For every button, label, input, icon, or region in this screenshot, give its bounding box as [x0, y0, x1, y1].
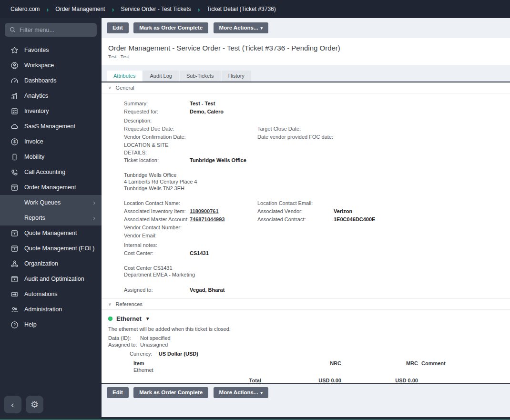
gauge-icon — [10, 77, 19, 85]
sidebar-item-organization[interactable]: Organization — [0, 256, 102, 271]
status-dot-icon — [108, 317, 112, 321]
sidebar-item-order-management[interactable]: Order Management — [0, 180, 102, 195]
field-label: Associated Contract: — [257, 215, 334, 223]
field-label: Ticket location: — [124, 156, 190, 164]
field-value: Demo, Calero — [190, 108, 257, 115]
collapse-sidebar-button[interactable]: ‹ — [4, 396, 21, 413]
more-actions-button[interactable]: More Actions...▾ — [214, 387, 269, 398]
address-line: Tunbridge Wells TN2 3EH — [124, 185, 510, 192]
page-title: Order Management - Service Order - Test … — [108, 44, 503, 52]
column-header-item: Item — [133, 360, 276, 366]
department-line: Department EMEA - Marketing — [124, 271, 510, 278]
settings-button[interactable]: ⚙ — [26, 396, 43, 413]
edit-button[interactable]: Edit — [107, 22, 129, 33]
field-label: Currency: — [130, 351, 153, 357]
tab-history[interactable]: History — [222, 71, 251, 82]
tab-audit-log[interactable]: Audit Log — [143, 71, 178, 82]
reference-data-id-row: Data (ID): Not specified — [108, 335, 510, 342]
filter-menu-input[interactable] — [5, 23, 97, 37]
sidebar-item-label: Quote Management (EOL) — [24, 245, 94, 252]
sidebar-item-inventory[interactable]: Inventory — [0, 103, 102, 119]
reference-title: Ethernet — [116, 315, 142, 322]
address-line: Tunbridge Wells Office — [124, 172, 510, 178]
field-label: Cost Center: — [124, 249, 190, 257]
mark-order-complete-button[interactable]: Mark as Order Complete — [133, 22, 208, 33]
field-label: Associated Inventory Item: — [124, 207, 190, 215]
chevron-down-icon: ∨ — [108, 302, 112, 307]
bar-chart-icon — [10, 92, 19, 100]
smartphone-icon — [10, 153, 19, 161]
sidebar-item-audit-and-optimization[interactable]: Audit and Optimization — [0, 271, 102, 287]
field-label: Internal notes: — [124, 241, 190, 249]
more-actions-button[interactable]: More Actions...▾ — [214, 22, 269, 33]
mark-order-complete-button[interactable]: Mark as Order Complete — [133, 387, 208, 398]
field-row-summary: Summary: Test - Test — [102, 100, 510, 108]
location-address-block: Tunbridge Wells Office 4 Lamberts Rd Cen… — [102, 172, 510, 192]
section-header-references[interactable]: ∨ References — [102, 298, 510, 310]
breadcrumb-item-ticket-detail[interactable]: Ticket Detail (Ticket #3736) — [207, 6, 276, 12]
svg-text:?: ? — [13, 322, 16, 327]
field-value: Test - Test — [190, 100, 257, 107]
sidebar-item-workspace[interactable]: Workspace — [0, 58, 102, 73]
spacer — [102, 65, 510, 71]
main-content: Edit Mark as Order Complete More Actions… — [102, 18, 510, 417]
caret-down-icon[interactable]: ▼ — [145, 316, 150, 321]
user-circle-icon — [10, 61, 19, 70]
sidebar-item-analytics[interactable]: Analytics — [0, 88, 102, 103]
breadcrumb-item-home[interactable]: Calero.com — [10, 6, 40, 12]
sidebar-item-reports[interactable]: Reports › — [0, 210, 102, 225]
cell-nrc — [276, 367, 341, 373]
table-total-row: Total USD 0.00 USD 0.00 — [133, 378, 466, 383]
sidebar-item-call-accounting[interactable]: Call Accounting — [0, 164, 102, 180]
edit-button[interactable]: Edit — [107, 387, 129, 398]
sidebar-item-dashboards[interactable]: Dashboards — [0, 73, 102, 88]
sidebar-item-label: Organization — [24, 260, 58, 267]
sidebar-item-label: Administration — [24, 306, 62, 313]
tab-sub-tickets[interactable]: Sub-Tickets — [180, 71, 221, 82]
sidebar-item-quote-management-eol[interactable]: Quote Management (EOL) — [0, 241, 102, 256]
sidebar-item-label: SaaS Management — [24, 123, 75, 130]
field-value: Not specified — [140, 335, 171, 341]
gear-icon: ⚙ — [31, 399, 39, 410]
sidebar-item-favorites[interactable]: Favorites — [0, 42, 102, 58]
sidebar-item-invoice[interactable]: $ Invoice — [0, 134, 102, 149]
field-label: Vendor Email: — [124, 232, 190, 239]
cell-comment — [418, 367, 463, 373]
sidebar-item-mobility[interactable]: Mobility — [0, 149, 102, 164]
master-account-link[interactable]: 746871044993 — [190, 216, 224, 222]
section-header-general[interactable]: ∨ General — [102, 82, 510, 93]
sidebar-item-help[interactable]: ? Help — [0, 317, 102, 332]
cost-center-line: Cost Center CS1431 — [124, 265, 510, 271]
inventory-item-link[interactable]: 1180900761 — [190, 208, 219, 214]
column-header-comment: Comment — [418, 360, 463, 366]
sidebar-item-automations[interactable]: Automations — [0, 287, 102, 302]
column-header-mrc: MRC — [341, 360, 418, 366]
svg-text:$: $ — [13, 139, 16, 144]
sidebar-item-quote-management[interactable]: Quote Management — [0, 225, 102, 241]
caret-down-icon: ▾ — [261, 390, 263, 395]
sidebar-item-label: Automations — [24, 291, 57, 297]
contact-fields: Location Contact Name: Location Contact … — [102, 199, 510, 257]
field-value: 1E0C046DC400E — [334, 215, 510, 223]
breadcrumb-item-service-order[interactable]: Service Order - Test Tickets — [121, 6, 191, 12]
section-label: General — [116, 85, 134, 91]
address-line: 4 Lamberts Rd Century Place 4 — [124, 178, 510, 185]
table-row: Ethernet — [133, 367, 466, 373]
sidebar-item-label: Favorites — [24, 47, 49, 53]
tab-attributes[interactable]: Attributes — [107, 71, 142, 82]
field-label: Associated Master Account: — [124, 215, 190, 223]
tab-bar: Attributes Audit Log Sub-Tickets History — [102, 71, 510, 82]
sidebar-item-saas-management[interactable]: SaaS Management — [0, 119, 102, 134]
chevron-right-icon: › — [46, 6, 49, 13]
total-label: Total — [133, 378, 276, 383]
cloud-icon — [10, 123, 19, 131]
breadcrumb-item-order-management[interactable]: Order Management — [55, 6, 105, 12]
field-row-description: Description: — [102, 117, 510, 125]
reference-table-header: Item NRC MRC Comment — [133, 360, 466, 366]
sidebar: Favorites Workspace Dashboards Analytics… — [0, 18, 102, 417]
sidebar-item-work-queues[interactable]: Work Queues › — [0, 195, 102, 210]
field-label: Location Contact Email: — [257, 199, 334, 207]
breadcrumb: Calero.com › Order Management › Service … — [0, 0, 510, 18]
field-label: Date vendor provided FOC date: — [257, 133, 334, 141]
sidebar-item-administration[interactable]: Administration — [0, 302, 102, 317]
